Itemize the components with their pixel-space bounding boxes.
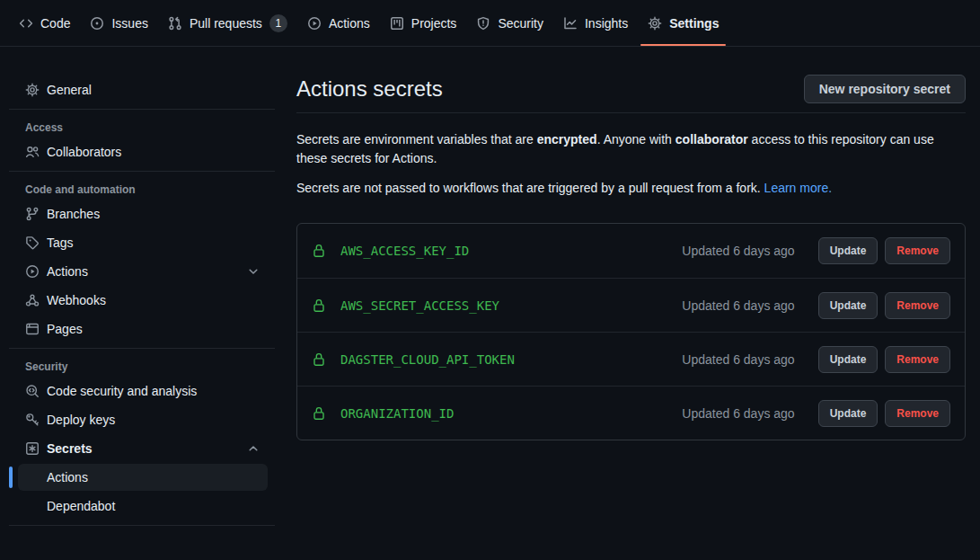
sidebar-divider [9, 171, 275, 172]
sidebar-item-secrets[interactable]: Secrets [18, 435, 268, 462]
tab-label: Security [498, 16, 543, 31]
secret-row: AWS_SECRET_ACCESS_KEY Updated 6 days ago… [297, 278, 965, 332]
page-title: Actions secrets [296, 75, 443, 103]
update-button[interactable]: Update [818, 400, 878, 427]
sidebar-section-access: Access [18, 115, 268, 138]
settings-sidebar: General Access Collaborators Code and au… [0, 47, 296, 560]
sidebar-item-label: Tags [47, 236, 74, 250]
fork-note: Secrets are not passed to workflows that… [296, 179, 966, 198]
sidebar-item-webhooks[interactable]: Webhooks [18, 287, 268, 314]
pull-requests-count-badge: 1 [269, 14, 287, 32]
tab-label: Insights [585, 16, 628, 31]
page-header: Actions secrets New repository secret [296, 75, 966, 113]
description-text: . Anyone with [597, 132, 675, 147]
sidebar-divider [9, 525, 275, 526]
tab-code[interactable]: Code [12, 0, 77, 46]
tab-label: Pull requests [190, 16, 262, 31]
sidebar-item-label: Dependabot [47, 499, 115, 513]
fork-note-text: Secrets are not passed to workflows that… [296, 181, 764, 195]
sidebar-item-label: Pages [47, 322, 83, 336]
tab-label: Projects [411, 16, 457, 31]
secrets-list: AWS_ACCESS_KEY_ID Updated 6 days ago Upd… [296, 223, 966, 440]
description-text: Secrets are environment variables that a… [296, 132, 537, 147]
tab-projects[interactable]: Projects [383, 0, 464, 46]
sidebar-item-label: General [47, 83, 92, 97]
update-button[interactable]: Update [818, 292, 878, 319]
sidebar-divider [9, 109, 275, 110]
lock-icon [312, 406, 326, 421]
sidebar-item-label: Webhooks [47, 293, 106, 307]
tab-pull-requests[interactable]: Pull requests 1 [161, 0, 295, 46]
secret-actions: Update Remove [818, 237, 950, 264]
chevron-up-icon [246, 441, 260, 456]
remove-button[interactable]: Remove [885, 400, 950, 427]
remove-button[interactable]: Remove [885, 237, 950, 264]
play-icon [307, 16, 322, 31]
sidebar-item-label: Code security and analysis [47, 384, 197, 398]
secret-name: AWS_SECRET_ACCESS_KEY [340, 298, 499, 313]
secret-name: AWS_ACCESS_KEY_ID [340, 244, 469, 258]
secret-row: DAGSTER_CLOUD_API_TOKEN Updated 6 days a… [297, 332, 965, 386]
main-content: Actions secrets New repository secret Se… [296, 47, 980, 560]
sidebar-item-tags[interactable]: Tags [18, 229, 268, 256]
sidebar-item-actions[interactable]: Actions [18, 258, 268, 285]
secret-name: ORGANIZATION_ID [340, 406, 454, 421]
sidebar-item-collaborators[interactable]: Collaborators [18, 138, 268, 165]
tab-issues[interactable]: Issues [83, 0, 155, 46]
remove-button[interactable]: Remove [885, 346, 950, 373]
play-icon [25, 264, 40, 279]
sidebar-item-general[interactable]: General [18, 76, 268, 103]
sidebar-item-label: Actions [47, 264, 88, 279]
sidebar-item-code-security[interactable]: Code security and analysis [18, 378, 268, 404]
sidebar-item-label: Collaborators [47, 145, 121, 159]
secret-row: AWS_ACCESS_KEY_ID Updated 6 days ago Upd… [297, 224, 965, 278]
issue-opened-icon [90, 16, 104, 31]
tab-settings[interactable]: Settings [640, 0, 726, 46]
repo-nav: Code Issues Pull requests 1 Actions Proj… [0, 0, 980, 47]
secret-actions: Update Remove [818, 400, 950, 427]
sidebar-section-security: Security [18, 354, 268, 378]
sidebar-item-secrets-dependabot[interactable]: Dependabot [18, 493, 268, 520]
secret-updated: Updated 6 days ago [682, 244, 794, 258]
project-icon [390, 16, 404, 31]
learn-more-link[interactable]: Learn more. [764, 181, 832, 195]
tag-icon [25, 236, 40, 250]
tab-actions[interactable]: Actions [300, 0, 377, 46]
sidebar-item-secrets-actions[interactable]: Actions [18, 464, 268, 491]
sidebar-item-branches[interactable]: Branches [18, 200, 268, 227]
secret-actions: Update Remove [818, 292, 950, 319]
sidebar-divider [9, 348, 275, 349]
sidebar-item-label: Deploy keys [47, 413, 115, 427]
sidebar-item-pages[interactable]: Pages [18, 316, 268, 342]
sidebar-item-label: Secrets [47, 441, 93, 456]
new-repository-secret-button[interactable]: New repository secret [804, 75, 966, 103]
sidebar-section-code-automation: Code and automation [18, 177, 268, 200]
sidebar-item-deploy-keys[interactable]: Deploy keys [18, 406, 268, 433]
lock-icon [312, 352, 326, 367]
git-branch-icon [25, 207, 40, 221]
codescan-icon [25, 384, 40, 398]
shield-icon [476, 16, 490, 31]
people-icon [25, 145, 40, 159]
description-bold-collaborator: collaborator [675, 132, 748, 147]
remove-button[interactable]: Remove [885, 292, 950, 319]
chevron-down-icon [246, 264, 260, 279]
secret-row: ORGANIZATION_ID Updated 6 days ago Updat… [297, 386, 965, 440]
tab-label: Actions [329, 16, 370, 31]
secret-updated: Updated 6 days ago [682, 406, 794, 421]
tab-label: Issues [111, 16, 147, 31]
tab-security[interactable]: Security [469, 0, 551, 46]
gear-icon [25, 83, 40, 97]
key-icon [25, 413, 40, 427]
sidebar-item-label: Actions [47, 470, 88, 484]
update-button[interactable]: Update [818, 237, 878, 264]
key-asterisk-icon [25, 441, 40, 456]
sidebar-item-label: Branches [47, 207, 100, 221]
browser-icon [25, 322, 40, 336]
update-button[interactable]: Update [818, 346, 878, 373]
secrets-description: Secrets are environment variables that a… [296, 130, 966, 168]
lock-icon [312, 298, 326, 313]
tab-label: Settings [669, 16, 719, 31]
tab-insights[interactable]: Insights [556, 0, 635, 46]
webhook-icon [25, 293, 40, 307]
